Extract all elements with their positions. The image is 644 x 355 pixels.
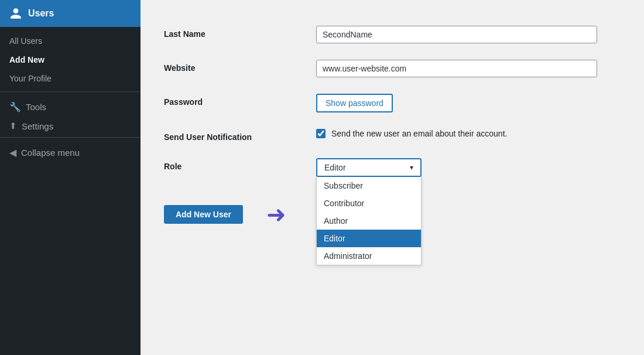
role-option-subscriber[interactable]: Subscriber <box>317 177 421 194</box>
arrow-container: ➜ <box>266 203 286 226</box>
collapse-icon: ◀ <box>9 147 16 158</box>
role-dropdown-menu: Subscriber Contributor Author Editor Adm… <box>316 177 422 265</box>
sidebar-header: Users <box>0 0 141 27</box>
notification-checkbox[interactable] <box>316 129 326 138</box>
password-label: Password <box>164 94 316 107</box>
arrow-right-icon: ➜ <box>266 203 286 226</box>
sidebar-title: Users <box>28 8 54 19</box>
sidebar-item-collapse[interactable]: ◀ Collapse menu <box>0 141 141 161</box>
last-name-input[interactable] <box>316 26 597 43</box>
settings-label: Settings <box>22 121 53 131</box>
notification-field: Send the new user an email about their a… <box>316 129 621 138</box>
role-dropdown-container: Editor ▾ Subscriber Contributor Author E… <box>316 158 422 177</box>
add-new-user-button[interactable]: Add New User <box>164 205 243 224</box>
notification-label: Send User Notification <box>164 129 316 142</box>
role-option-editor[interactable]: Editor <box>317 230 421 247</box>
role-row: Role Editor ▾ Subscriber Contributor Aut… <box>164 150 621 185</box>
role-label: Role <box>164 158 316 171</box>
show-password-button[interactable]: Show password <box>316 94 393 112</box>
website-input[interactable] <box>316 60 597 77</box>
sidebar-item-all-users[interactable]: All Users <box>0 32 141 50</box>
chevron-down-icon: ▾ <box>410 163 413 172</box>
sidebar-item-settings[interactable]: ⬆ Settings <box>0 115 141 134</box>
website-row: Website <box>164 52 621 86</box>
website-label: Website <box>164 60 316 73</box>
wrench-icon: 🔧 <box>9 101 21 112</box>
sidebar-item-add-new[interactable]: Add New <box>0 50 141 69</box>
last-name-label: Last Name <box>164 26 316 39</box>
notification-row: Send User Notification Send the new user… <box>164 121 621 150</box>
role-field: Editor ▾ Subscriber Contributor Author E… <box>316 158 621 177</box>
all-users-label: All Users <box>9 36 42 46</box>
user-icon <box>9 7 22 20</box>
tools-label: Tools <box>26 102 46 112</box>
role-option-contributor[interactable]: Contributor <box>317 194 421 212</box>
last-name-row: Last Name <box>164 18 621 52</box>
sidebar-item-your-profile[interactable]: Your Profile <box>0 69 141 88</box>
add-new-label: Add New <box>9 55 44 64</box>
collapse-label: Collapse menu <box>21 148 80 158</box>
sidebar-item-tools[interactable]: 🔧 Tools <box>0 95 141 115</box>
website-field <box>316 60 621 77</box>
last-name-field <box>316 26 621 43</box>
notification-text: Send the new user an email about their a… <box>331 129 507 138</box>
password-field: Show password <box>316 94 621 112</box>
sidebar: Users All Users Add New Your Profile 🔧 T… <box>0 0 141 355</box>
role-selected-value: Editor <box>324 163 346 172</box>
sidebar-divider-2 <box>0 137 141 138</box>
role-option-administrator[interactable]: Administrator <box>317 247 421 265</box>
settings-icon: ⬆ <box>9 121 17 131</box>
sidebar-divider <box>0 91 141 92</box>
role-select[interactable]: Editor ▾ <box>316 158 422 177</box>
password-row: Password Show password <box>164 86 621 121</box>
role-option-author[interactable]: Author <box>317 212 421 230</box>
your-profile-label: Your Profile <box>9 74 52 83</box>
main-content: Last Name Website Password Show password… <box>141 0 644 355</box>
sidebar-nav: All Users Add New Your Profile 🔧 Tools ⬆… <box>0 27 141 165</box>
notification-checkbox-row: Send the new user an email about their a… <box>316 129 621 138</box>
